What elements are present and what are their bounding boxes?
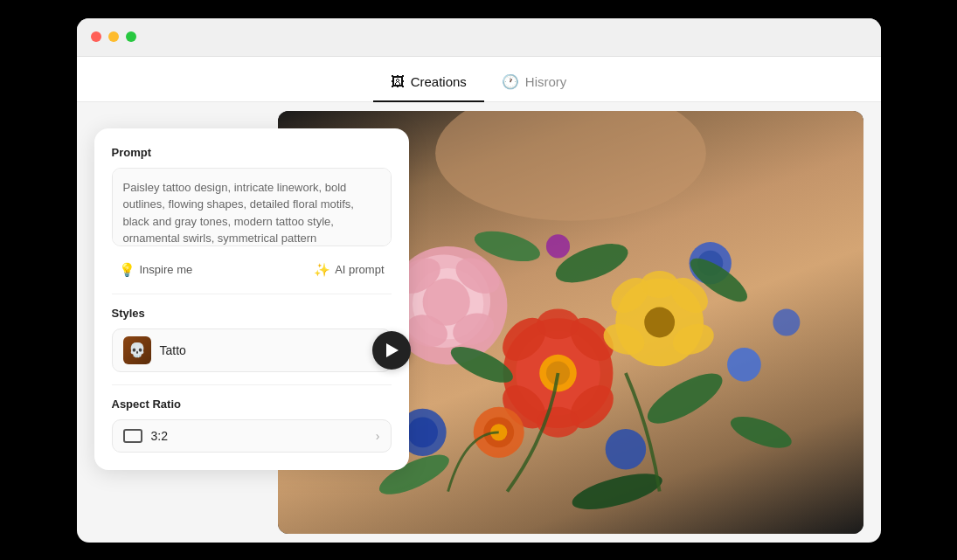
- generate-button[interactable]: [372, 331, 411, 370]
- style-selector[interactable]: 💀 Tatto ›: [112, 328, 392, 372]
- creations-icon: 🖼: [391, 74, 405, 90]
- styles-label: Styles: [112, 307, 392, 320]
- tab-history[interactable]: 🕐 Hisrory: [484, 63, 585, 102]
- history-icon: 🕐: [502, 73, 519, 90]
- main-content: Prompt 💡 Inspire me ✨ AI prompt Styles: [77, 102, 881, 543]
- inspire-me-label: Inspire me: [140, 263, 193, 276]
- prompt-textarea[interactable]: [112, 168, 392, 246]
- creations-tab-label: Creations: [411, 74, 467, 89]
- aspect-ratio-selector[interactable]: 3:2 ›: [112, 419, 392, 453]
- ai-icon: ✨: [314, 262, 330, 278]
- inspire-me-button[interactable]: 💡 Inspire me: [112, 259, 200, 281]
- svg-point-25: [644, 307, 675, 337]
- style-name-label: Tatto: [160, 343, 186, 357]
- maximize-button[interactable]: [126, 31, 136, 42]
- ai-prompt-button[interactable]: ✨ AI prompt: [307, 259, 391, 281]
- svg-point-31: [727, 348, 761, 382]
- tab-creations[interactable]: 🖼 Creations: [373, 64, 484, 102]
- inspire-icon: 💡: [119, 262, 135, 278]
- mac-window: 🖼 Creations 🕐 Hisrory: [77, 18, 881, 543]
- aspect-ratio-section: Aspect Ratio 3:2 ›: [112, 398, 392, 453]
- aspect-ratio-icon: [123, 429, 142, 443]
- svg-point-37: [641, 363, 729, 432]
- prompt-section: Prompt 💡 Inspire me ✨ AI prompt: [112, 146, 392, 281]
- minimize-button[interactable]: [108, 31, 119, 42]
- aspect-left: 3:2: [123, 429, 168, 443]
- aspect-ratio-value: 3:2: [151, 429, 168, 443]
- style-thumbnail: 💀: [123, 336, 151, 364]
- aspect-ratio-label: Aspect Ratio: [112, 398, 392, 411]
- prompt-label: Prompt: [112, 146, 392, 159]
- prompt-actions: 💡 Inspire me ✨ AI prompt: [112, 259, 392, 281]
- svg-point-43: [545, 234, 569, 258]
- svg-point-15: [537, 308, 579, 339]
- styles-section: Styles 💀 Tatto ›: [112, 307, 392, 372]
- svg-point-30: [605, 428, 645, 468]
- styles-row: 💀 Tatto ›: [112, 328, 392, 372]
- svg-point-39: [568, 466, 665, 515]
- aspect-chevron-icon: ›: [376, 429, 380, 443]
- svg-point-42: [726, 410, 794, 454]
- prompt-panel: Prompt 💡 Inspire me ✨ AI prompt Styles: [94, 128, 409, 470]
- svg-point-29: [407, 417, 438, 447]
- ai-prompt-label: AI prompt: [335, 263, 384, 276]
- svg-point-24: [641, 270, 678, 297]
- tab-bar: 🖼 Creations 🕐 Hisrory: [77, 57, 881, 102]
- svg-point-16: [537, 406, 579, 437]
- svg-point-0: [435, 111, 706, 221]
- style-left: 💀 Tatto: [123, 336, 186, 364]
- history-tab-label: Hisrory: [525, 74, 567, 89]
- svg-point-44: [773, 308, 800, 335]
- titlebar: [77, 18, 881, 57]
- divider-1: [112, 294, 392, 294]
- close-button[interactable]: [91, 31, 101, 42]
- divider-2: [112, 384, 392, 385]
